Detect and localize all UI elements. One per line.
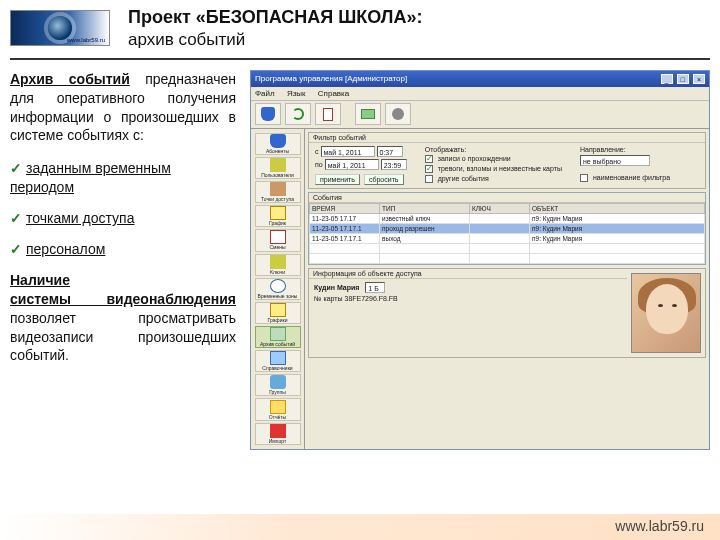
- page-title: Проект «БЕЗОПАСНАЯ ШКОЛА»: архив событий: [128, 6, 422, 50]
- info-panel: Информация об объекте доступа Кудин Мари…: [308, 268, 706, 358]
- table-row[interactable]: [310, 253, 705, 263]
- grid-title: События: [309, 193, 705, 203]
- person-photo: [631, 273, 701, 353]
- reset-button[interactable]: сбросить: [364, 174, 404, 185]
- apply-button[interactable]: применить: [315, 174, 360, 185]
- from-label: с: [315, 148, 319, 155]
- divider: [10, 58, 710, 60]
- info-card: № карты 38FE7296.F8.FB: [314, 295, 622, 302]
- intro-paragraph: Архив событий предназначен для оперативн…: [10, 70, 236, 146]
- tb-card-icon[interactable]: [355, 103, 381, 125]
- logo-url: www.labr59.ru: [67, 37, 105, 43]
- maximize-button[interactable]: □: [677, 74, 689, 84]
- titlebar[interactable]: Программа управления [Администратор] _ □…: [251, 71, 709, 87]
- bullet-access: ✓точками доступа: [10, 209, 236, 228]
- menu-file[interactable]: Файл: [255, 89, 275, 98]
- sidebar-item-12[interactable]: Импорт: [255, 423, 301, 445]
- info-name: Кудин Мария: [314, 284, 359, 291]
- chk-filtername[interactable]: наименование фильтра: [580, 174, 670, 182]
- menu-lang[interactable]: Язык: [287, 89, 306, 98]
- to-label: по: [315, 161, 323, 168]
- bullet-period: ✓заданным временным периодом: [10, 159, 236, 197]
- sidebar: Абоненты Пользователи Точки доступа Граф…: [251, 129, 305, 449]
- minimize-button[interactable]: _: [661, 74, 673, 84]
- logo: www.labr59.ru: [10, 10, 110, 46]
- sidebar-item-0[interactable]: Абоненты: [255, 133, 301, 155]
- sidebar-item-5[interactable]: Ключи: [255, 254, 301, 276]
- info-title: Информация об объекте доступа: [309, 269, 627, 279]
- sidebar-item-archive[interactable]: Архив событий: [255, 326, 301, 348]
- sidebar-item-2[interactable]: Точки доступа: [255, 181, 301, 203]
- sidebar-item-4[interactable]: Смены: [255, 229, 301, 251]
- menubar[interactable]: Файл Язык Справка: [251, 87, 709, 101]
- footer-gradient: [0, 514, 720, 540]
- grid-header-row[interactable]: ВРЕМЯ ТИП КЛЮЧ ОБЪЕКТ: [310, 203, 705, 213]
- window-title: Программа управления [Администратор]: [255, 74, 407, 83]
- menu-help[interactable]: Справка: [318, 89, 349, 98]
- filter-title: Фильтр событий: [309, 133, 705, 143]
- info-class: 1 Б: [365, 282, 385, 293]
- to-time-input[interactable]: 23:59: [381, 159, 407, 170]
- tb-refresh-icon[interactable]: [285, 103, 311, 125]
- sidebar-item-11[interactable]: Отчёты: [255, 398, 301, 420]
- table-row[interactable]: 11-23-05 17.17.1выходп9: Кудин Мария: [310, 233, 705, 243]
- close-button[interactable]: ×: [693, 74, 705, 84]
- app-window: Программа управления [Администратор] _ □…: [250, 70, 710, 450]
- to-date-input[interactable]: май 1, 2011: [325, 159, 379, 170]
- tb-doc-icon[interactable]: [315, 103, 341, 125]
- sidebar-item-1[interactable]: Пользователи: [255, 157, 301, 179]
- direction-select[interactable]: не выбрано: [580, 155, 650, 166]
- table-row[interactable]: 11-23-05 17.17.1проход разрешенп9: Кудин…: [310, 223, 705, 233]
- chk-other[interactable]: другие события: [425, 175, 562, 183]
- table-row[interactable]: 11-23-05 17.17известный ключп9: Кудин Ма…: [310, 213, 705, 223]
- events-grid: События ВРЕМЯ ТИП КЛЮЧ ОБЪЕКТ 11-23-05 1…: [308, 192, 706, 265]
- dir-label: Направление:: [580, 146, 670, 153]
- tb-user-icon[interactable]: [255, 103, 281, 125]
- note-paragraph: Наличие системы видеонаблюдения позволяе…: [10, 271, 236, 365]
- table-row[interactable]: [310, 243, 705, 253]
- chk-alarms[interactable]: тревоги, взломы и неизвестные карты: [425, 165, 562, 173]
- tb-gear-icon[interactable]: [385, 103, 411, 125]
- show-label: Отображать:: [425, 146, 562, 153]
- from-time-input[interactable]: 0:37: [377, 146, 403, 157]
- from-date-input[interactable]: май 1, 2011: [321, 146, 375, 157]
- sidebar-item-9[interactable]: Справочники: [255, 350, 301, 372]
- footer-url: www.labr59.ru: [615, 518, 704, 534]
- sidebar-item-10[interactable]: Группы: [255, 374, 301, 396]
- sidebar-item-6[interactable]: Временные зоны: [255, 278, 301, 300]
- sidebar-item-3[interactable]: График: [255, 205, 301, 227]
- toolbar: [251, 101, 709, 129]
- sidebar-item-7[interactable]: Графики: [255, 302, 301, 324]
- filter-panel: Фильтр событий с май 1, 2011 0:37: [308, 132, 706, 189]
- chk-passages[interactable]: записи о прохождении: [425, 155, 562, 163]
- bullet-personnel: ✓персоналом: [10, 240, 236, 259]
